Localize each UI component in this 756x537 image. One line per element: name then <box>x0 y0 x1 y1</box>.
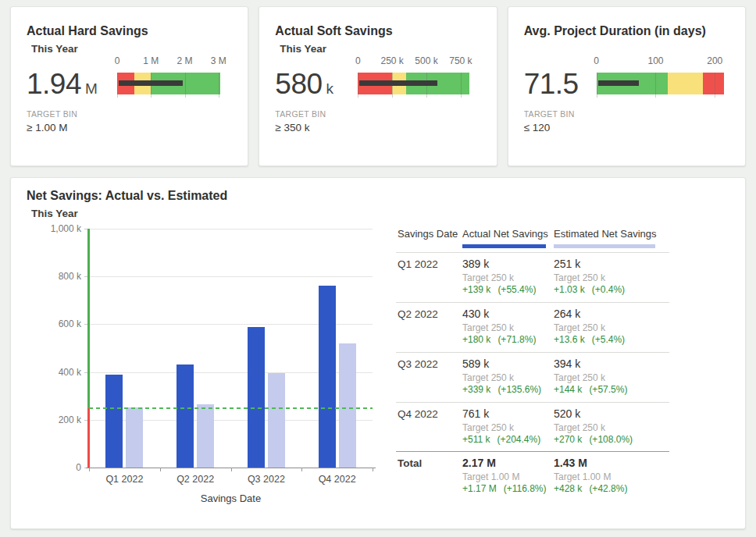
x-axis-title: Savings Date <box>89 493 373 504</box>
cell-value: 520 k <box>554 407 580 420</box>
cell-target: Target 250 k <box>462 322 514 333</box>
delta-percent: (+116.8%) <box>504 483 547 494</box>
bullet-measure-bar <box>598 80 639 86</box>
bullet-axis-label: 1 M <box>143 55 159 66</box>
table-separator-total <box>396 451 669 452</box>
target-bin-label: TARGET BIN <box>275 109 326 119</box>
legend-swatch-estimated <box>554 244 655 248</box>
bullet-tick <box>117 73 118 98</box>
delta-value: +270 k <box>554 434 582 445</box>
bullet-tick <box>461 73 462 98</box>
bar-estimated-q1-2022[interactable] <box>126 407 143 468</box>
table-separator <box>396 252 669 253</box>
kpi-card-avg-project-duration[interactable]: Avg. Project Duration (in days) 71.5 010… <box>508 6 746 166</box>
delta-value: +428 k <box>554 483 582 494</box>
cell-delta: +1.03 k(+0.4%) <box>554 284 625 295</box>
cell-delta: +144 k(+57.5%) <box>554 384 627 395</box>
y-axis-label: 600 k <box>22 318 81 329</box>
bullet-chart: 01 M2 M3 M <box>117 55 220 102</box>
bullet-tick <box>715 73 715 98</box>
card-accent-bar <box>11 7 248 12</box>
y-axis-line-red <box>87 408 90 468</box>
bar-estimated-q3-2022[interactable] <box>268 373 285 468</box>
cell-value: 264 k <box>554 308 580 320</box>
bullet-axis-label: 3 M <box>211 55 226 66</box>
kpi-card-actual-soft-savings[interactable]: Actual Soft Savings This Year 580k 0250 … <box>259 6 497 166</box>
delta-percent: (+71.8%) <box>497 334 536 345</box>
row-date: Q2 2022 <box>398 308 438 320</box>
cell-value: 589 k <box>462 357 489 370</box>
net-savings-card: Net Savings: Actual vs. Estimated This Y… <box>10 177 746 529</box>
delta-value: +180 k <box>462 334 490 345</box>
y-axis-label: 0 <box>22 462 81 473</box>
cell-value: 430 k <box>462 308 489 320</box>
bullet-range-red <box>703 73 724 94</box>
bar-chart: Savings Date 0200 k400 k600 k800 k1,000 … <box>22 221 395 530</box>
bar-actual-q1-2022[interactable] <box>105 375 123 468</box>
row-date: Q1 2022 <box>398 258 438 270</box>
table-separator <box>396 302 669 303</box>
table-separator <box>396 402 669 403</box>
gridline <box>89 229 373 229</box>
kpi-value-number: 71.5 <box>524 68 579 100</box>
target-bin-label: TARGET BIN <box>524 109 575 119</box>
kpi-title: Actual Soft Savings <box>275 24 392 38</box>
cell-target: Target 250 k <box>554 372 605 383</box>
delta-value: +511 k <box>462 434 490 445</box>
cell-target: Target 250 k <box>462 372 514 383</box>
cell-delta: +270 k(+108.0%) <box>554 434 633 445</box>
cell-delta: +139 k(+55.4%) <box>462 284 536 295</box>
bullet-axis-label: 0 <box>594 55 599 66</box>
y-axis-label: 200 k <box>22 414 81 425</box>
y-axis-label: 800 k <box>22 271 81 282</box>
bullet-axis-label: 0 <box>115 55 120 66</box>
kpi-subtitle: This Year <box>31 43 78 55</box>
bullet-axis-label: 250 k <box>381 55 404 66</box>
column-header-savings-date: Savings Date <box>398 228 458 240</box>
cell-value: 389 k <box>462 258 489 270</box>
gridline <box>89 276 373 277</box>
y-axis-label: 1,000 k <box>22 223 81 234</box>
cell-delta: +339 k(+135.6%) <box>462 384 541 395</box>
delta-value: +339 k <box>462 384 490 395</box>
bullet-range-yellow <box>668 73 703 94</box>
bar-actual-q2-2022[interactable] <box>177 365 194 468</box>
bullet-chart: 0250 k500 k750 k <box>358 55 469 102</box>
cell-value: 251 k <box>554 258 580 270</box>
delta-value: +139 k <box>462 284 490 295</box>
bullet-bar <box>597 73 724 94</box>
x-axis-tick <box>89 468 90 471</box>
cell-target: Target 250 k <box>554 322 605 333</box>
bar-actual-q3-2022[interactable] <box>248 327 265 468</box>
table-row-q1-2022[interactable]: Q1 2022389 kTarget 250 k+139 k(+55.4%)25… <box>386 258 683 303</box>
kpi-card-actual-hard-savings[interactable]: Actual Hard Savings This Year 1.94M 01 M… <box>10 6 248 166</box>
table-row-total[interactable]: Total2.17 MTarget 1.00 M+1.17 M(+116.8%)… <box>386 457 683 502</box>
target-bin-value: ≤ 120 <box>524 122 551 133</box>
x-axis-category-label: Q2 2022 <box>160 474 230 485</box>
row-date: Q4 2022 <box>398 408 438 420</box>
y-axis-line-green <box>87 229 90 408</box>
table-row-q4-2022[interactable]: Q4 2022761 kTarget 250 k+511 k(+204.4%)5… <box>386 407 683 453</box>
bar-estimated-q4-2022[interactable] <box>339 343 356 468</box>
chart-title: Net Savings: Actual vs. Estimated <box>27 189 227 203</box>
cell-value: 1.43 M <box>554 457 587 469</box>
bullet-tick <box>219 73 219 98</box>
bar-actual-q4-2022[interactable] <box>319 286 336 468</box>
kpi-row: Actual Hard Savings This Year 1.94M 01 M… <box>10 6 746 166</box>
cell-delta: +13.6 k(+5.4%) <box>554 334 625 345</box>
cell-delta: +428 k(+42.8%) <box>554 483 627 494</box>
table-row-q3-2022[interactable]: Q3 2022589 kTarget 250 k+339 k(+135.6%)3… <box>386 357 683 403</box>
column-header-actual-net-savings: Actual Net Savings <box>462 228 548 240</box>
column-header-estimated-net-savings: Estimated Net Savings <box>554 228 657 240</box>
delta-percent: (+0.4%) <box>592 284 625 295</box>
table-row-q2-2022[interactable]: Q2 2022430 kTarget 250 k+180 k(+71.8%)26… <box>386 308 683 353</box>
bullet-axis-label: 200 <box>707 55 722 66</box>
table-separator <box>396 352 669 353</box>
delta-value: +144 k <box>554 384 582 395</box>
target-line <box>89 407 373 409</box>
delta-percent: (+55.4%) <box>497 284 536 295</box>
kpi-value-suffix: k <box>326 80 334 97</box>
savings-table: Savings DateActual Net SavingsEstimated … <box>386 220 683 525</box>
dashboard: Actual Hard Savings This Year 1.94M 01 M… <box>0 0 756 537</box>
bar-estimated-q2-2022[interactable] <box>197 404 214 468</box>
